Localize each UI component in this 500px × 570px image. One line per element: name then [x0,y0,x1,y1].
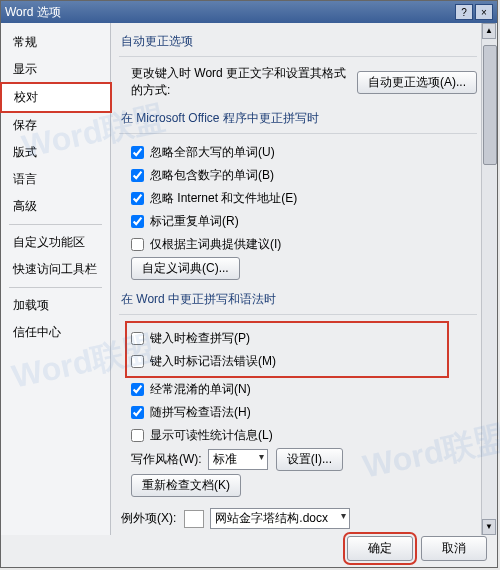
scroll-thumb[interactable] [483,45,497,165]
section-office-heading: 在 Microsoft Office 程序中更正拼写时 [119,102,477,134]
writing-style-row: 写作风格(W): 标准 设置(I)... [131,448,477,471]
nav-item-trust[interactable]: 信任中心 [1,319,110,346]
check-grammar-as-type[interactable]: 键入时标记语法错误(M) [131,351,447,371]
check-ignore-uppercase[interactable]: 忽略全部大写的单词(U) [131,142,477,162]
recheck-row: 重新检查文档(K) [131,474,477,497]
nav-separator [9,224,102,225]
check-ignore-urls[interactable]: 忽略 Internet 和文件地址(E) [131,188,477,208]
checkbox[interactable] [131,332,144,345]
nav-item-display[interactable]: 显示 [1,56,110,83]
nav-item-addins[interactable]: 加载项 [1,292,110,319]
checkbox[interactable] [131,146,144,159]
nav-item-layout[interactable]: 版式 [1,139,110,166]
checkbox[interactable] [131,192,144,205]
check-ignore-numbers[interactable]: 忽略包含数字的单词(B) [131,165,477,185]
custom-dictionaries-button[interactable]: 自定义词典(C)... [131,257,240,280]
nav-separator [9,287,102,288]
nav-item-customize-ribbon[interactable]: 自定义功能区 [1,229,110,256]
scroll-up-arrow[interactable]: ▲ [482,23,496,39]
scroll-down-arrow[interactable]: ▼ [482,519,496,535]
checkbox[interactable] [131,429,144,442]
help-button[interactable]: ? [455,4,473,20]
checkbox[interactable] [131,355,144,368]
section-exceptions-heading: 例外项(X): 网站金字塔结构.docx [119,500,477,535]
nav-item-advanced[interactable]: 高级 [1,193,110,220]
check-flag-repeated[interactable]: 标记重复单词(R) [131,211,477,231]
highlighted-checks-box: 键入时检查拼写(P) 键入时标记语法错误(M) [127,323,447,376]
checkbox[interactable] [131,238,144,251]
checkbox[interactable] [131,383,144,396]
check-spell-as-type[interactable]: 键入时检查拼写(P) [131,328,447,348]
writing-style-label: 写作风格(W): [131,451,202,468]
autocorrect-row: 更改键入时 Word 更正文字和设置其格式的方式: 自动更正选项(A)... [131,65,477,99]
nav-item-general[interactable]: 常规 [1,29,110,56]
nav-item-save[interactable]: 保存 [1,112,110,139]
word-options-dialog: Word 选项 ? × 常规 显示 校对 保存 版式 语言 高级 自定义功能区 … [0,0,498,568]
settings-button[interactable]: 设置(I)... [276,448,343,471]
dialog-body: 常规 显示 校对 保存 版式 语言 高级 自定义功能区 快速访问工具栏 加载项 … [1,23,497,535]
checkbox[interactable] [131,169,144,182]
close-button[interactable]: × [475,4,493,20]
footer-buttons: 确定 取消 [347,536,487,561]
section-grammar-heading: 在 Word 中更正拼写和语法时 [119,283,477,315]
writing-style-combo[interactable]: 标准 [208,449,268,470]
exceptions-label: 例外项(X): [121,510,176,527]
document-icon [184,510,204,528]
check-main-dict-only[interactable]: 仅根据主词典提供建议(I) [131,234,477,254]
check-grammar-with-spelling[interactable]: 随拼写检查语法(H) [131,402,477,422]
nav-item-language[interactable]: 语言 [1,166,110,193]
scrollbar[interactable]: ▲ ▼ [481,23,497,535]
recheck-button[interactable]: 重新检查文档(K) [131,474,241,497]
nav-item-proofing[interactable]: 校对 [1,83,111,112]
content-area: 自动更正选项 更改键入时 Word 更正文字和设置其格式的方式: 自动更正选项(… [115,25,497,535]
exceptions-file-combo[interactable]: 网站金字塔结构.docx [210,508,350,529]
custom-dict-row: 自定义词典(C)... [131,257,477,280]
dialog-title: Word 选项 [5,4,453,21]
autocorrect-options-button[interactable]: 自动更正选项(A)... [357,71,477,94]
ok-button[interactable]: 确定 [347,536,413,561]
check-readability[interactable]: 显示可读性统计信息(L) [131,425,477,445]
cancel-button[interactable]: 取消 [421,536,487,561]
checkbox[interactable] [131,406,144,419]
titlebar: Word 选项 ? × [1,1,497,23]
main-panel: 自动更正选项 更改键入时 Word 更正文字和设置其格式的方式: 自动更正选项(… [111,23,497,535]
nav-item-qat[interactable]: 快速访问工具栏 [1,256,110,283]
nav-sidebar: 常规 显示 校对 保存 版式 语言 高级 自定义功能区 快速访问工具栏 加载项 … [1,23,111,535]
autocorrect-label: 更改键入时 Word 更正文字和设置其格式的方式: [131,65,352,99]
checkbox[interactable] [131,215,144,228]
check-confused-words[interactable]: 经常混淆的单词(N) [131,379,477,399]
section-autocorrect-heading: 自动更正选项 [119,25,477,57]
